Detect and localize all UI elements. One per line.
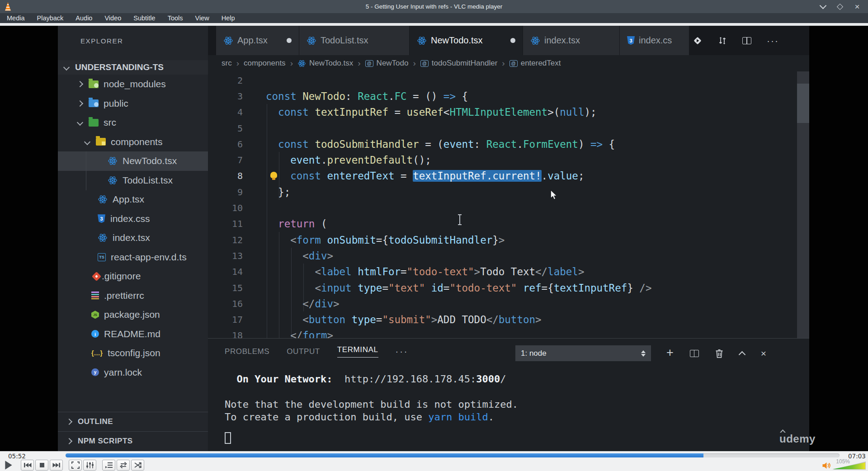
loop-button[interactable]	[117, 460, 130, 471]
panel-tab-output[interactable]: OUTPUT	[287, 347, 320, 356]
panel-more-actions-button[interactable]: ···	[396, 346, 409, 357]
code-line-2[interactable]: 2	[208, 72, 809, 88]
volume-slider[interactable]	[832, 462, 866, 470]
code-line-8[interactable]: 8 const enteredText = textInputRef.curre…	[208, 168, 809, 184]
menu-item-media[interactable]: Media	[7, 14, 25, 22]
tree-item-newtodo-tsx[interactable]: NewTodo.tsx	[58, 151, 208, 171]
split-terminal-button[interactable]	[690, 350, 699, 357]
breadcrumb-item-enteredtext[interactable]: @enteredText	[509, 59, 561, 68]
tree-item-src[interactable]: src	[58, 113, 208, 132]
tree-item-tsconfig-json[interactable]: {…}tsconfig.json	[58, 344, 208, 363]
code-line-18[interactable]: 18 </form>	[208, 328, 809, 338]
tree-item-package-json[interactable]: JSpackage.json	[58, 305, 208, 325]
next-button[interactable]	[50, 460, 63, 471]
stop-button[interactable]	[35, 460, 48, 471]
menu-item-video[interactable]: Video	[104, 14, 121, 22]
tree-item-app-tsx[interactable]: App.tsx	[58, 190, 208, 209]
seek-bar[interactable]	[66, 453, 840, 457]
tree-item-public[interactable]: public	[58, 94, 208, 113]
close-panel-button[interactable]: ×	[761, 348, 766, 359]
tree-item-todolist-tsx[interactable]: TodoList.tsx	[58, 171, 208, 190]
menu-item-audio[interactable]: Audio	[75, 14, 92, 22]
explorer-root-folder[interactable]: UNDERSTANDING-TS	[58, 60, 208, 75]
code-line-13[interactable]: 13 <div>	[208, 248, 809, 264]
code-line-5[interactable]: 5	[208, 120, 809, 136]
open-changes-button[interactable]	[693, 36, 703, 46]
tree-item-react-app-env-d-ts[interactable]: TSreact-app-env.d.ts	[58, 248, 208, 267]
token: React	[358, 90, 388, 102]
extended-settings-button[interactable]	[83, 460, 96, 471]
code-line-3[interactable]: 3const NewTodo: React.FC = () => {	[208, 88, 809, 104]
random-button[interactable]	[131, 460, 144, 471]
code-line-7[interactable]: 7 event.preventDefault();	[208, 152, 809, 168]
close-button[interactable]: ×	[854, 3, 861, 10]
token: preventDefault	[327, 154, 413, 166]
editor-scrollbar-thumb[interactable]	[797, 84, 809, 123]
code-editor[interactable]: 23const NewTodo: React.FC = () => {4 con…	[208, 71, 809, 338]
react-icon	[98, 195, 108, 204]
kill-terminal-button[interactable]	[715, 349, 723, 358]
tab-app-tsx[interactable]: App.tsx	[216, 26, 299, 55]
tree-item-yarn-lock[interactable]: yyarn.lock	[58, 363, 208, 382]
new-terminal-button[interactable]: +	[666, 347, 674, 360]
more-actions-button[interactable]: ···	[767, 35, 779, 46]
explorer-sidebar: EXPLORER UNDERSTANDING-TS node_modulespu…	[58, 26, 208, 451]
tree-item-gitignore[interactable]: .gitignore	[58, 267, 208, 286]
code-line-17[interactable]: 17 <button type="submit">ADD TODO</butto…	[208, 311, 809, 327]
tree-item-index-css[interactable]: 3index.css	[58, 209, 208, 229]
tree-item-readme-md[interactable]: iREADME.md	[58, 325, 208, 344]
token	[266, 138, 278, 150]
maximize-button[interactable]	[836, 3, 844, 10]
code-line-10[interactable]: 10	[208, 200, 809, 216]
menu-item-help[interactable]: Help	[222, 14, 235, 22]
play-button[interactable]	[4, 460, 14, 471]
bottom-panel: PROBLEMSOUTPUTTERMINAL··· 1: node +× On …	[208, 338, 809, 452]
split-editor-button[interactable]	[742, 37, 751, 44]
panel-tab-problems[interactable]: PROBLEMS	[225, 347, 269, 356]
token: =	[382, 282, 388, 294]
sidebar-section-npm-scripts[interactable]: NPM SCRIPTS	[58, 431, 208, 451]
tab-index-cs[interactable]: 3index.cs	[620, 26, 689, 55]
sidebar-section-outline[interactable]: OUTLINE	[58, 412, 208, 431]
code-line-12[interactable]: 12 <form onSubmit={todoSubmitHandler}>	[208, 232, 809, 248]
synchronize-changes-button[interactable]	[718, 36, 727, 45]
line-number: 3	[208, 91, 243, 102]
breadcrumb-item-newtodo-tsx[interactable]: NewTodo.tsx	[297, 59, 353, 68]
code-line-4[interactable]: 4 const textInputRef = useRef<HTMLInputE…	[208, 104, 809, 120]
code-line-6[interactable]: 6 const todoSubmitHandler = (event: Reac…	[208, 136, 809, 152]
tree-item-node-modules[interactable]: node_modules	[58, 75, 208, 94]
tree-item-index-tsx[interactable]: index.tsx	[58, 228, 208, 248]
tree-item-components[interactable]: components	[58, 132, 208, 152]
breadcrumb-item-src[interactable]: src	[222, 59, 232, 68]
previous-button[interactable]	[21, 460, 34, 471]
code-line-11[interactable]: 11 return (	[208, 216, 809, 232]
tree-item-prettierrc[interactable]: .prettierrc	[58, 286, 208, 306]
lightbulb-icon[interactable]	[270, 172, 277, 178]
fullscreen-button[interactable]	[69, 460, 82, 471]
token: id	[431, 282, 443, 294]
tab-newtodo-tsx[interactable]: NewTodo.tsx	[410, 26, 523, 55]
code-line-14[interactable]: 14 <label htmlFor="todo-text">Todo Text<…	[208, 264, 809, 280]
editor-scrollbar[interactable]	[797, 71, 809, 338]
video-area[interactable]: EXPLORER UNDERSTANDING-TS node_modulespu…	[0, 26, 868, 451]
terminal-select[interactable]: 1: node	[515, 345, 651, 361]
code-line-15[interactable]: 15 <input type="text" id="todo-text" ref…	[208, 280, 809, 296]
breadcrumb-item-todosubmithandler[interactable]: @todoSubmitHandler	[420, 59, 498, 68]
maximize-panel-button[interactable]	[740, 350, 745, 357]
playlist-button[interactable]	[102, 460, 115, 471]
breadcrumb-item-newtodo[interactable]: @NewTodo	[365, 59, 409, 68]
code-line-16[interactable]: 16 </div>	[208, 296, 809, 311]
menu-item-subtitle[interactable]: Subtitle	[133, 14, 155, 22]
menu-item-playback[interactable]: Playback	[37, 14, 64, 22]
volume-speaker[interactable]	[822, 462, 831, 471]
ts-icon: TS	[98, 253, 106, 261]
menu-item-view[interactable]: View	[195, 14, 209, 22]
minimize-button[interactable]	[819, 3, 826, 10]
panel-tab-terminal[interactable]: TERMINAL	[337, 345, 378, 358]
tab-index-tsx[interactable]: index.tsx	[523, 26, 619, 55]
breadcrumb-item-components[interactable]: components	[244, 59, 286, 68]
terminal-output[interactable]: On Your Network: http://192.168.178.45:3…	[225, 373, 518, 424]
code-line-9[interactable]: 9 };	[208, 184, 809, 200]
menu-item-tools[interactable]: Tools	[168, 14, 183, 22]
tab-todolist-tsx[interactable]: TodoList.tsx	[299, 26, 409, 55]
